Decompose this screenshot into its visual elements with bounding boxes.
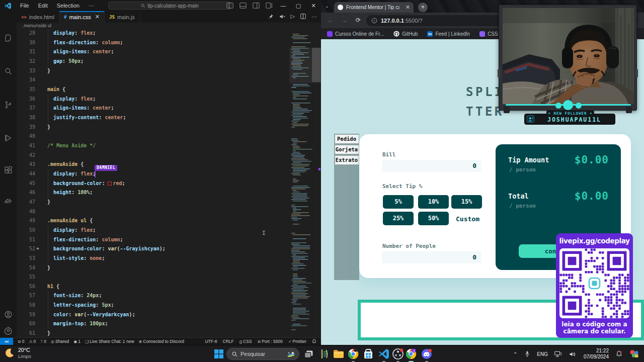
code-line-45[interactable]: 45 background-color: red; [17,179,289,189]
accounts-icon[interactable] [4,310,13,319]
code-line-52[interactable]: 52+ background-color: var(--Grayishcyan)… [17,244,289,254]
taskbar-search[interactable]: Pesquisar [226,348,299,360]
status-item-port-5500[interactable]: ⊘Port : 5500 [258,339,283,344]
language-indicator[interactable]: ENG [537,351,548,357]
code-line-34[interactable]: 34 [17,75,289,85]
code-line-44[interactable]: 44 display: flex;DAMNIEL [17,169,289,179]
minimize-button[interactable]: — [276,0,291,11]
widgets-corner-icon[interactable] [629,349,639,359]
bill-input[interactable]: 0 [382,160,481,172]
run-icon[interactable]: ▷ [291,13,295,20]
search-sidebar-icon[interactable] [4,67,13,75]
mute-icon[interactable] [279,14,285,20]
browser-back-icon[interactable]: ← [328,17,334,24]
microphone-icon[interactable] [524,350,530,357]
code-line-35[interactable]: 35main { [17,85,289,95]
settings-gear-icon[interactable] [4,326,13,335]
new-tab-button[interactable]: + [418,3,428,12]
menu-item-gorjeta[interactable]: Gorjeta [335,145,359,154]
color-swatch-red[interactable] [108,182,112,186]
code-line-43[interactable]: 43.menuAside { [17,160,289,169]
code-line-57[interactable]: 57 font-size: 24px; [17,291,289,301]
code-line-30[interactable]: 30 flex-direction: column; [17,38,289,48]
code-editor[interactable]: 29 display: flex;30 flex-direction: colu… [17,29,289,337]
breadcrumb[interactable]: .menuAside ul [17,23,321,29]
status-item-0[interactable]: ᛉ0 [40,339,46,344]
app-notebook-icon[interactable] [318,348,330,360]
code-line-48[interactable]: 48 [17,207,289,217]
taskbar-clock[interactable]: 21:22 07/09/2024 [584,348,609,360]
status-item-connected-to-discord[interactable]: ⊕Connected to Discord [139,339,184,344]
chrome-icon[interactable] [347,348,359,360]
source-control-icon[interactable] [4,101,13,109]
live-share-icon[interactable] [4,197,13,206]
tip-button-10[interactable]: 10% [418,195,449,209]
code-line-53[interactable]: 53 list-style: none; [17,254,289,263]
status-item-utf-8[interactable]: UTF-8 [205,339,217,344]
code-line-49[interactable]: 49.menuAside ul { [17,216,289,226]
toggle-panel-icon[interactable] [239,2,247,9]
microsoft-store-icon[interactable] [362,348,374,360]
code-line-38[interactable]: 38 justify-content: center; [17,113,289,123]
remote-indicator[interactable]: >< [0,338,13,345]
code-line-51[interactable]: 51 flex-direction: column; [17,235,289,245]
editor-tab-main.css[interactable]: #main.css✕ [59,11,105,23]
browser-tab[interactable]: Frontend Mentor | Tip calculato ✕ [334,2,414,13]
menu-item-pedido[interactable]: Pedido [335,134,359,144]
status-item-0[interactable]: ⚠0 [29,339,36,344]
bookmark-feed-linkedin[interactable]: inFeed | LinkedIn [427,31,470,37]
code-line-36[interactable]: 36 display: flex; [17,95,289,104]
code-line-60[interactable]: 60 margin-top: 100px; [17,319,289,329]
status-item-1[interactable]: ◉1 [73,339,80,344]
status-item-live-share-chat-1-new[interactable]: ❑Live Share Chat: 1 new [85,339,134,344]
chrome-profile-icon[interactable]: J [405,348,417,360]
more-actions-icon[interactable]: ··· [311,14,317,20]
menu-more[interactable]: ··· [85,3,98,9]
menu-item-extrato[interactable]: Extrato [335,155,359,165]
tip-button-25[interactable]: 25% [383,212,414,225]
code-line-40[interactable]: 40 [17,132,289,141]
tab-close-icon[interactable]: ✕ [95,14,100,20]
code-line-59[interactable]: 59 color: var(--Verydarkcyan); [17,310,289,320]
code-line-32[interactable]: 32 gap: 50px; [17,57,289,66]
editor-tab-index.html[interactable]: <>index.html [17,11,59,23]
site-info-icon[interactable] [371,18,377,24]
code-line-33[interactable]: 33} [17,66,289,76]
notification-bell-icon[interactable] [616,350,622,357]
taskbar-weather-widget[interactable]: 20°C Limpo [4,347,31,359]
menu-selection[interactable]: Selection [53,3,83,9]
code-line-55[interactable]: 55 [17,273,289,282]
task-view-icon[interactable] [303,349,314,359]
bookmark-cursos-online-de-fr-[interactable]: Cursos Online de Fr... [327,31,384,37]
status-item-prettier[interactable]: ✓Prettier [288,339,306,344]
status-item-0[interactable]: ⊘0 [18,339,24,344]
customize-layout-icon[interactable] [266,2,273,9]
explorer-icon[interactable] [4,34,13,42]
editor-scrollbar[interactable] [312,48,320,82]
tab-search-chevron-icon[interactable]: ⌄ [325,4,329,9]
toggle-secondary-sidebar-icon[interactable] [253,2,260,9]
status-item-shared[interactable]: ◎Shared [51,339,69,344]
people-input[interactable]: 0 [382,251,481,263]
browser-reload-icon[interactable]: ⟳ [356,17,361,24]
toggle-sidebar-icon[interactable] [226,2,233,9]
browser-forward-icon[interactable]: → [342,17,348,24]
speaker-icon[interactable] [569,351,577,357]
editor-tab-main.js[interactable]: JSmain.js [105,11,140,23]
code-line-41[interactable]: 41/* Menu Aside */ [17,141,289,151]
code-line-61[interactable]: 61} [17,329,289,337]
tip-button-50[interactable]: 50% [418,212,449,225]
custom-tip-label[interactable]: Custom [456,215,479,223]
discord-icon[interactable] [421,348,433,360]
code-line-54[interactable]: 54} [17,263,289,273]
code-line-56[interactable]: 56h1 { [17,282,289,292]
code-line-58[interactable]: 58 letter-spacing: 5px; [17,301,289,310]
network-icon[interactable] [554,351,562,357]
menu-file[interactable]: File [17,3,33,9]
pin-icon[interactable] [268,14,274,19]
tray-chevron-icon[interactable]: ⌃ [513,351,517,357]
bookmark-github[interactable]: GitHub [393,31,418,37]
status-item-bell[interactable] [312,339,316,344]
tip-button-5[interactable]: 5% [383,195,414,209]
split-editor-icon[interactable] [300,14,306,19]
